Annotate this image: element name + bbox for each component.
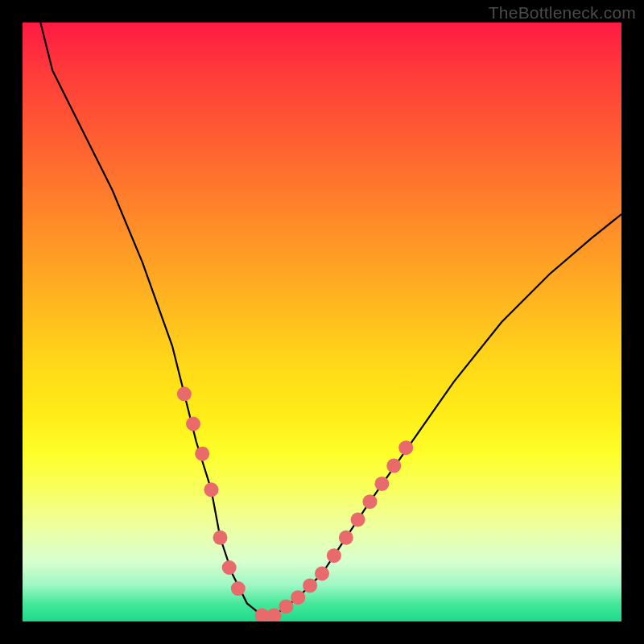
data-marker — [204, 482, 218, 497]
bottleneck-curve — [40, 23, 621, 616]
data-marker — [195, 447, 209, 461]
data-marker — [327, 548, 341, 563]
data-marker — [267, 609, 282, 621]
data-marker — [315, 567, 329, 581]
plot-area — [23, 23, 621, 621]
chart-svg — [23, 23, 621, 621]
data-marker — [363, 494, 378, 509]
chart-frame: TheBottleneck.com — [0, 0, 644, 644]
data-marker — [222, 560, 237, 575]
data-marker — [374, 477, 389, 491]
data-marker — [303, 578, 317, 592]
data-marker — [291, 590, 305, 605]
data-marker — [213, 530, 228, 545]
watermark-text: TheBottleneck.com — [489, 3, 636, 23]
data-marker — [231, 581, 246, 596]
data-marker — [186, 417, 200, 431]
data-marker — [177, 386, 192, 401]
data-marker — [279, 599, 293, 613]
data-marker — [398, 440, 413, 455]
data-marker — [339, 530, 353, 545]
data-marker — [386, 459, 401, 473]
data-marker — [351, 513, 365, 527]
marker-group — [177, 386, 413, 621]
